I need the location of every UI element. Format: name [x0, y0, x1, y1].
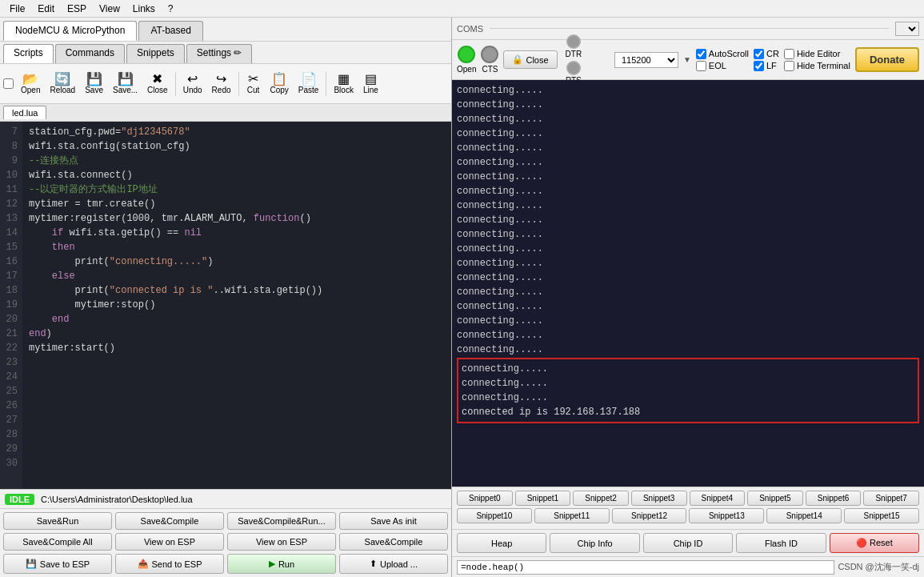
send-to-esp-button[interactable]: 📤 Send to ESP — [115, 554, 224, 574]
close-label: Close — [526, 55, 548, 65]
save-button[interactable]: 💾 Save — [81, 70, 107, 97]
open-control-label: Open — [457, 65, 476, 74]
tab-snippets[interactable]: Snippets — [126, 44, 185, 63]
view-on-esp-button-1[interactable]: View on ESP — [115, 533, 224, 551]
close-file-button[interactable]: ✖ Close — [143, 70, 172, 97]
terminal-wrapper: connecting.....connecting.....connecting… — [452, 80, 924, 487]
tab-scripts[interactable]: Scripts — [3, 44, 54, 63]
menu-esp[interactable]: ESP — [61, 2, 93, 16]
reset-button[interactable]: 🔴 Reset — [830, 533, 919, 553]
tab-nodemcu[interactable]: NodeMCU & MicroPython — [3, 21, 137, 41]
donate-button[interactable]: Donate — [855, 47, 919, 72]
menu-help[interactable]: ? — [162, 2, 180, 16]
copy-button[interactable]: 📋 Copy — [266, 70, 293, 97]
open-icon: 📂 — [22, 73, 38, 86]
btn-action-row: 💾 Save to ESP 📤 Send to ESP ▶ Run ⬆ Uplo… — [3, 554, 448, 574]
upload-button[interactable]: ⬆ Upload ... — [339, 554, 448, 574]
snippet-button[interactable]: Snippet14 — [766, 508, 842, 523]
line-icon: ▤ — [365, 73, 377, 86]
snippet-button[interactable]: Snippet7 — [863, 491, 919, 506]
reload-icon: 🔄 — [54, 73, 70, 86]
snippet-button[interactable]: Snippet4 — [690, 491, 746, 506]
snippet-button[interactable]: Snippet13 — [689, 508, 764, 523]
open-circle — [458, 46, 475, 63]
code-editor[interactable]: 7891011121314151617181920212223242526272… — [0, 122, 451, 489]
run-button[interactable]: ▶ Run — [227, 554, 336, 574]
menu-view[interactable]: View — [93, 2, 126, 16]
hide-editor-label: Hide Editor — [797, 49, 840, 58]
autoscroll-checkbox[interactable] — [696, 49, 706, 59]
snippet-button[interactable]: Snippet15 — [844, 508, 919, 523]
snippet-button[interactable]: Snippet1 — [515, 491, 571, 506]
close-button[interactable]: 🔒 Close — [503, 50, 557, 69]
checkbox-group-left: AutoScroll EOL — [696, 49, 749, 71]
block-button[interactable]: ▦ Block — [330, 70, 357, 97]
cts-control[interactable]: CTS — [481, 46, 498, 74]
toolbar: 📂 Open 🔄 Reload 💾 Save 💾 Save... ✖ Close — [0, 64, 451, 104]
save-to-esp-icon: 💾 — [26, 559, 37, 569]
command-input[interactable] — [457, 560, 834, 575]
select-checkbox[interactable] — [3, 78, 14, 89]
action-button[interactable]: Heap — [457, 533, 546, 553]
save-compile-button-2[interactable]: Save&Compile — [339, 533, 448, 551]
menu-links[interactable]: Links — [126, 2, 162, 16]
save-compile-all-button[interactable]: Save&Compile All — [3, 533, 112, 551]
lf-label: LF — [766, 61, 777, 70]
save-as-init-button[interactable]: Save As init — [339, 512, 448, 530]
open-control[interactable]: Open — [457, 46, 476, 74]
cr-row: CR — [754, 49, 779, 59]
save-as-button[interactable]: 💾 Save... — [109, 70, 142, 97]
code-content[interactable]: station_cfg.pwd="dj12345678"wifi.sta.con… — [22, 122, 451, 489]
eol-row: EOL — [696, 61, 749, 71]
tab-at-based[interactable]: AT-based — [138, 21, 202, 41]
save-run-button[interactable]: Save&Run — [3, 512, 112, 530]
snippet-button[interactable]: Snippet0 — [457, 491, 513, 506]
reload-button[interactable]: 🔄 Reload — [46, 70, 79, 97]
snippet-button[interactable]: Snippet11 — [534, 508, 610, 523]
autoscroll-label: AutoScroll — [709, 49, 749, 58]
snippet-button[interactable]: Snippet6 — [806, 491, 862, 506]
line-label: Line — [363, 86, 378, 94]
action-button[interactable]: Flash ID — [736, 533, 826, 553]
lf-checkbox[interactable] — [754, 61, 764, 71]
btn-row-1: Save&Run Save&Compile Save&Compile&Run..… — [3, 512, 448, 530]
snippet-button[interactable]: Snippet12 — [612, 508, 687, 523]
paste-button[interactable]: 📄 Paste — [294, 70, 323, 97]
cut-button[interactable]: ✂ Cut — [242, 70, 265, 97]
open-button[interactable]: 📂 Open — [17, 70, 44, 97]
snippet-button[interactable]: Snippet2 — [573, 491, 629, 506]
action-button[interactable]: Chip Info — [550, 533, 639, 553]
terminal[interactable]: connecting.....connecting.....connecting… — [452, 80, 924, 487]
cr-checkbox[interactable] — [754, 49, 764, 59]
view-on-esp-button-2[interactable]: View on ESP — [227, 533, 336, 551]
top-tabs: NodeMCU & MicroPython AT-based — [0, 18, 451, 42]
dtr-control[interactable]: DTR — [566, 34, 582, 58]
hide-terminal-checkbox[interactable] — [784, 61, 794, 71]
snippet-button[interactable]: Snippet5 — [747, 491, 803, 506]
hide-editor-checkbox[interactable] — [784, 49, 794, 59]
status-bar: IDLE C:\Users\Administrator\Desktop\led.… — [0, 489, 451, 508]
dtr-circle — [566, 34, 581, 49]
tab-commands[interactable]: Commands — [55, 44, 125, 63]
eol-checkbox[interactable] — [696, 61, 706, 71]
undo-button[interactable]: ↩ Undo — [179, 70, 206, 97]
menu-file[interactable]: File — [3, 2, 31, 16]
action-button[interactable]: Chip ID — [643, 533, 733, 553]
snippet-button[interactable]: Snippet3 — [631, 491, 687, 506]
tab-settings[interactable]: Settings ✏ — [186, 44, 253, 63]
save-to-esp-button[interactable]: 💾 Save to ESP — [3, 554, 112, 574]
toolbar-separator-3 — [326, 72, 326, 96]
line-button[interactable]: ▤ Line — [359, 70, 382, 97]
save-icon: 💾 — [86, 73, 102, 86]
save-compile-run-button[interactable]: Save&Compile&Run... — [227, 512, 336, 530]
baud-rate-select[interactable]: 115200 9600 38400 57600 230400 — [614, 52, 678, 68]
com-port-select[interactable] — [895, 22, 919, 36]
file-tab[interactable]: led.lua — [3, 106, 46, 119]
btn-row-2: Save&Compile All View on ESP View on ESP… — [3, 533, 448, 551]
run-label: Run — [278, 559, 294, 569]
redo-button[interactable]: ↪ Redo — [208, 70, 235, 97]
save-compile-button[interactable]: Save&Compile — [115, 512, 224, 530]
snippet-button[interactable]: Snippet10 — [457, 508, 532, 523]
hide-terminal-label: Hide Terminal — [797, 61, 850, 70]
menu-edit[interactable]: Edit — [31, 2, 61, 16]
